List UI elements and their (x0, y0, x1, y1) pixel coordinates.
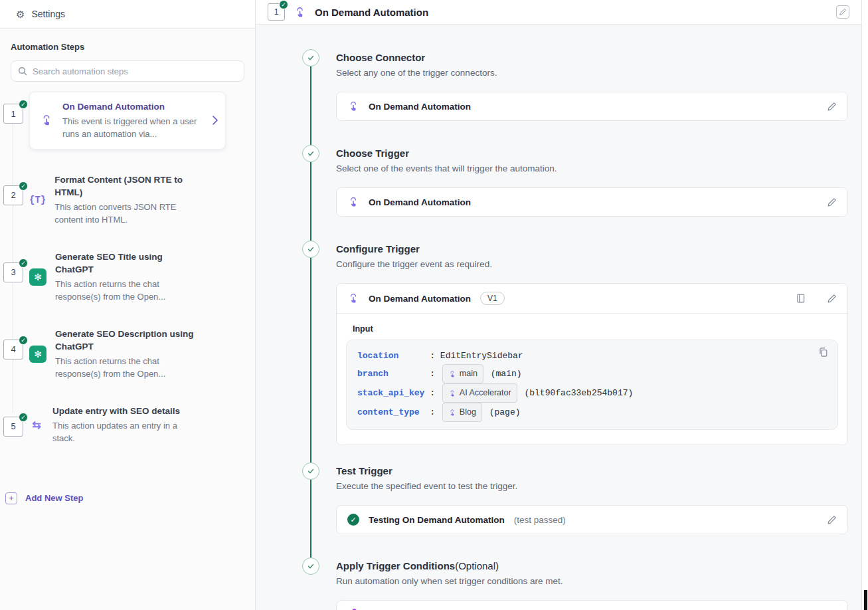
on-demand-automation-icon (294, 6, 306, 19)
stepper-rail (302, 49, 319, 145)
test-trigger-card[interactable]: ✓ Testing On Demand Automation (test pas… (336, 505, 848, 534)
step-complete-check-icon: ✓ (19, 413, 28, 422)
step-number-badge: 1 ✓ (3, 104, 23, 124)
version-badge: V1 (480, 292, 505, 305)
section-subtitle: Select one of the events that will trigg… (336, 163, 848, 173)
section-title: Choose Connector (336, 52, 848, 63)
settings-menu-item[interactable]: ⚙ Settings (0, 0, 255, 29)
automation-builder-app: ⚙ Settings Automation Steps 1 ✓ (0, 0, 868, 610)
step-description: This action returns the chat response(s)… (55, 278, 196, 304)
on-demand-automation-icon (347, 292, 359, 304)
step-number-badge: 2 ✓ (3, 185, 23, 205)
configured-trigger-name: On Demand Automation (369, 294, 471, 304)
connector-card[interactable]: On Demand Automation (336, 92, 848, 121)
chatgpt-icon: ✻ (29, 346, 46, 363)
step-title: Generate SEO Description using ChatGPT (55, 328, 196, 354)
copy-icon[interactable] (818, 347, 828, 360)
section-title: Choose Trigger (336, 148, 848, 159)
step-complete-check-icon: ✓ (279, 0, 288, 9)
step-complete-check-icon: ✓ (19, 258, 28, 268)
book-icon (796, 293, 806, 304)
card-divider (337, 313, 847, 314)
section-complete-check-icon (302, 49, 319, 66)
steps-list: 1 ✓ On Demand Automation This event is t… (0, 92, 255, 454)
section-configure-trigger: Configure Trigger Configure the trigger … (302, 241, 848, 462)
on-demand-automation-icon (347, 196, 359, 208)
view-docs-button[interactable] (796, 293, 806, 304)
trigger-card[interactable]: On Demand Automation (336, 187, 848, 217)
test-trigger-name: Testing On Demand Automation (369, 515, 505, 525)
sidebar-step-generate-seo-description[interactable]: 4 ✓ ✻ Generate SEO Description using Cha… (0, 328, 255, 381)
step-header: 1 ✓ On Demand Automation (256, 0, 861, 25)
step-description: This event is triggered when a user runs… (62, 115, 203, 141)
stack-chip: AI Accelerator (442, 383, 517, 403)
edit-configuration-button[interactable] (827, 294, 837, 304)
edit-connector-button[interactable] (827, 102, 837, 112)
add-new-step-button[interactable]: + Add New Step (5, 492, 255, 504)
trigger-name: On Demand Automation (369, 197, 471, 207)
step-complete-check-icon: ✓ (19, 100, 28, 109)
plus-icon: + (5, 492, 17, 504)
sidebar: ⚙ Settings Automation Steps 1 ✓ (0, 0, 256, 610)
step-title: On Demand Automation (62, 100, 203, 114)
pencil-icon (827, 197, 837, 207)
sidebar-step-format-content[interactable]: 2 ✓ {T} Format Content (JSON RTE to HTML… (0, 173, 255, 227)
chatgpt-icon: ✻ (29, 268, 46, 286)
sidebar-step-generate-seo-title[interactable]: 3 ✓ ✻ Generate SEO Title using ChatGPT T… (0, 251, 255, 304)
step-title: Generate SEO Title using ChatGPT (55, 251, 196, 276)
input-field-branch: branch: main (main) (357, 364, 827, 383)
section-subtitle: Run automation only when set trigger con… (336, 576, 848, 586)
input-field-content-type: content_type: Blog (page) (357, 403, 827, 422)
test-status: (test passed) (514, 515, 566, 525)
input-section-label: Input (346, 324, 838, 334)
input-field-stack-api-key: stack_api_key: AI Accelerator (blt90fac3… (357, 383, 827, 403)
section-choose-trigger: Choose Trigger Select one of the events … (302, 145, 848, 241)
steps-search-box[interactable] (11, 60, 244, 82)
search-input[interactable] (33, 66, 237, 76)
optional-tag: (Optional) (455, 560, 499, 571)
step-card[interactable]: On Demand Automation This event is trigg… (29, 92, 226, 150)
search-icon (18, 66, 27, 76)
section-complete-check-icon (302, 558, 319, 575)
pencil-icon (839, 8, 847, 16)
trigger-input-code-block: location: EditEntrySidebar branch: main (346, 340, 838, 430)
section-apply-trigger-conditions: Apply Trigger Conditions(Optional) Run a… (302, 558, 848, 610)
section-subtitle: Select any one of the trigger connectors… (336, 68, 848, 78)
stepper-rail (302, 145, 319, 241)
on-demand-automation-icon (39, 114, 54, 127)
step-header-title: On Demand Automation (315, 7, 428, 18)
edit-test-button[interactable] (827, 515, 837, 525)
input-field-location: location: EditEntrySidebar (357, 348, 827, 364)
gear-icon: ⚙ (16, 9, 25, 19)
step-number-badge: 3 ✓ (3, 262, 23, 282)
section-complete-check-icon (302, 241, 319, 258)
section-subtitle: Execute the specified event to test the … (336, 481, 848, 491)
branch-chip: main (442, 364, 483, 383)
main-panel: 1 ✓ On Demand Automation (256, 0, 861, 610)
step-description: This action updates an entry in a stack. (52, 419, 193, 445)
section-complete-check-icon (302, 145, 319, 162)
edit-trigger-button[interactable] (827, 197, 837, 207)
step-number-badge: 5 ✓ (3, 417, 23, 437)
stepper-rail (302, 462, 319, 558)
on-demand-automation-icon (448, 370, 456, 378)
on-demand-automation-icon (347, 100, 359, 112)
conditions-diamond-icon (347, 607, 361, 610)
section-title: Configure Trigger (336, 243, 848, 254)
add-new-step-label: Add New Step (25, 493, 83, 503)
edit-step-name-button[interactable] (836, 5, 849, 19)
section-subtitle: Configure the trigger event as required. (336, 259, 848, 269)
stepper-rail (302, 558, 319, 610)
pencil-icon (827, 102, 837, 112)
settings-label: Settings (31, 9, 65, 19)
scrollbar-track (861, 0, 868, 610)
section-title: Apply Trigger Conditions(Optional) (336, 560, 848, 571)
sidebar-step-on-demand-automation[interactable]: 1 ✓ On Demand Automation This event is t… (0, 92, 255, 150)
chevron-right-icon (212, 115, 218, 126)
step-title: Format Content (JSON RTE to HTML) (54, 173, 195, 199)
sidebar-step-update-entry[interactable]: 5 ✓ ⇆ Update entry with SEO details This… (0, 405, 255, 454)
trigger-conditions-card[interactable]: Trigger Conditions (no conditions applie… (336, 600, 848, 610)
on-demand-automation-icon (448, 389, 456, 397)
scrollbar-thumb[interactable] (864, 590, 867, 610)
header-step-number-badge: 1 ✓ (268, 3, 285, 21)
